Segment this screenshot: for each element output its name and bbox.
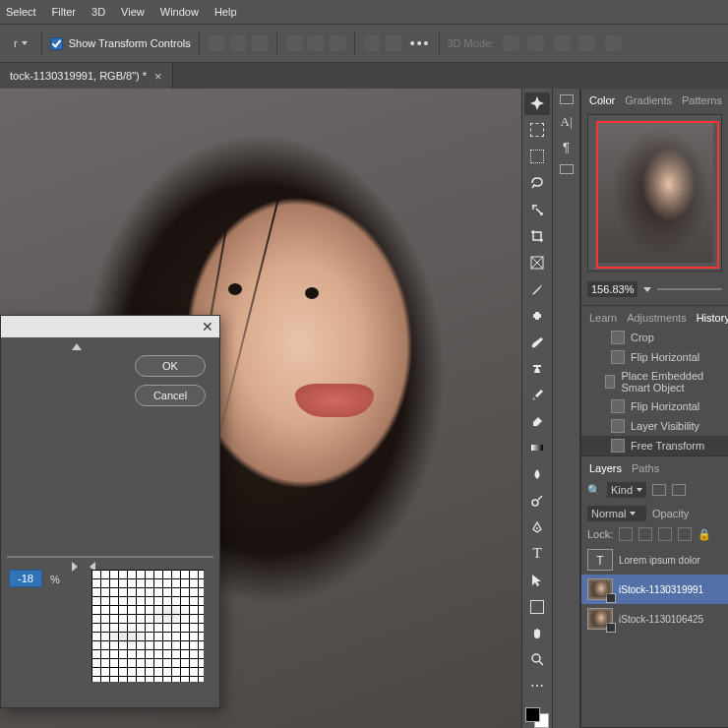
zoom-out-icon[interactable] [643,287,651,292]
history-item[interactable]: Crop [581,328,728,347]
rectangle-tool[interactable] [524,595,550,618]
character-panel-icon[interactable]: A| [561,114,573,130]
align-top-icon[interactable] [208,34,225,52]
opacity-label: Opacity [652,508,689,519]
tab-history[interactable]: History [697,312,728,324]
dodge-tool[interactable] [524,490,550,513]
menu-item[interactable]: Help [214,6,237,18]
history-label: Free Transform [631,440,704,452]
layer-name[interactable]: Lorem ipsum dolor [619,555,722,566]
lock-transparent-icon[interactable] [619,527,633,541]
cancel-button[interactable]: Cancel [135,385,206,406]
clone-stamp-tool[interactable] [524,357,550,380]
zoom-value[interactable]: 156.83% [587,281,637,297]
menu-item[interactable]: View [121,6,145,18]
more-options-icon[interactable]: ••• [410,35,431,51]
tab-learn[interactable]: Learn [589,312,617,324]
lock-all-icon[interactable]: 🔒 [698,528,711,541]
align-left-icon[interactable] [285,34,303,52]
crop-tool[interactable] [524,225,550,248]
blend-mode-dropdown[interactable]: Normal [587,506,646,521]
lock-position-icon[interactable] [658,527,672,541]
tab-patterns[interactable]: Patterns [682,94,722,106]
tab-adjustments[interactable]: Adjustments [627,312,687,324]
menu-item[interactable]: Window [160,6,199,18]
crop-icon [611,331,625,344]
tab-layers[interactable]: Layers [589,462,622,474]
grid-prev-nav-left-icon[interactable] [72,562,78,572]
pen-tool[interactable] [524,516,550,539]
paragraph-panel-icon[interactable]: ¶ [563,140,570,154]
filter-pixel-icon[interactable] [652,484,666,496]
align-vcenter-icon[interactable] [229,34,247,52]
tab-paths[interactable]: Paths [632,462,659,474]
zoom-tool[interactable] [524,648,550,671]
hand-tool[interactable] [524,622,550,644]
menu-item[interactable]: Filter [52,6,76,18]
lasso-tool[interactable] [524,172,550,195]
layer-name[interactable]: iStock-1130319991 [619,584,722,595]
amount-slider[interactable] [7,556,213,558]
layer-row[interactable]: iStock-1130319991 [581,575,728,604]
dialog-titlebar[interactable]: ✕ [1,316,219,337]
history-brush-tool[interactable] [524,384,550,406]
panel-icon[interactable] [560,164,574,174]
amount-input[interactable]: -18 [9,570,42,587]
panel-icon[interactable] [560,94,574,104]
layer-filter-kind[interactable]: Kind [607,482,646,498]
lock-artboard-icon[interactable] [678,527,692,541]
zoom-slider[interactable] [657,288,722,290]
document-tab[interactable]: tock-1130319991, RGB/8") * × [0,63,173,89]
foreground-color-swatch[interactable] [525,707,540,722]
align-bottom-icon[interactable] [251,34,269,52]
history-item[interactable]: Flip Horizontal [581,396,728,416]
color-swatches[interactable] [525,707,549,728]
show-transform-controls-toggle[interactable]: Show Transform Controls [50,37,191,50]
ok-button[interactable]: OK [135,355,206,377]
svg-point-4 [532,500,538,506]
layer-row[interactable]: iStock-1130106425 [581,604,728,634]
quick-select-tool[interactable] [524,199,550,221]
document-canvas[interactable]: ✕ OK Cancel -18 % [0,89,521,728]
menu-item[interactable]: 3D [91,6,105,18]
history-item[interactable]: Layer Visibility [581,416,728,436]
blur-tool[interactable] [524,463,550,486]
heal-tool[interactable] [524,304,550,327]
edit-toolbar[interactable]: ⋯ [524,675,550,698]
distortion-grid-preview[interactable] [91,570,204,682]
layer-target-dropdown[interactable]: r [8,35,33,51]
frame-tool[interactable] [524,251,550,273]
marquee-tool[interactable] [524,146,550,168]
type-tool[interactable]: T [524,542,550,565]
distribute-h-icon[interactable] [363,34,381,52]
close-icon[interactable]: ✕ [202,319,213,334]
navigator-preview[interactable] [587,114,722,272]
menu-item[interactable]: Select [6,6,36,18]
history-list[interactable]: Crop Flip Horizontal Place Embedded Smar… [581,328,728,455]
close-tab-icon[interactable]: × [154,69,162,84]
search-icon[interactable]: 🔍 [587,484,601,497]
filter-adjust-icon[interactable] [672,484,686,496]
eraser-tool[interactable] [524,410,550,433]
lock-pixels-icon[interactable] [638,527,652,541]
layer-row[interactable]: T Lorem ipsum dolor [581,545,728,575]
gradient-tool[interactable] [524,437,550,459]
history-item[interactable]: Flip Horizontal [581,347,728,367]
distribute-group [363,34,402,52]
align-hcenter-icon[interactable] [307,34,325,52]
history-item[interactable]: Place Embedded Smart Object [581,367,728,396]
align-right-icon[interactable] [329,34,346,52]
distribute-v-icon[interactable] [385,34,402,52]
slider-thumb-icon[interactable] [72,343,82,350]
tab-gradients[interactable]: Gradients [625,94,672,106]
path-select-tool[interactable] [524,569,550,591]
brush-tool[interactable] [524,331,550,353]
move-tool[interactable] [524,92,550,115]
artboard-tool[interactable] [524,119,550,142]
svg-rect-2 [535,312,539,320]
eyedropper-tool[interactable] [524,277,550,300]
history-item[interactable]: Free Transform [581,436,728,455]
navigator-viewbox[interactable] [596,121,719,269]
tab-color[interactable]: Color [589,94,615,106]
layer-name[interactable]: iStock-1130106425 [619,614,722,625]
